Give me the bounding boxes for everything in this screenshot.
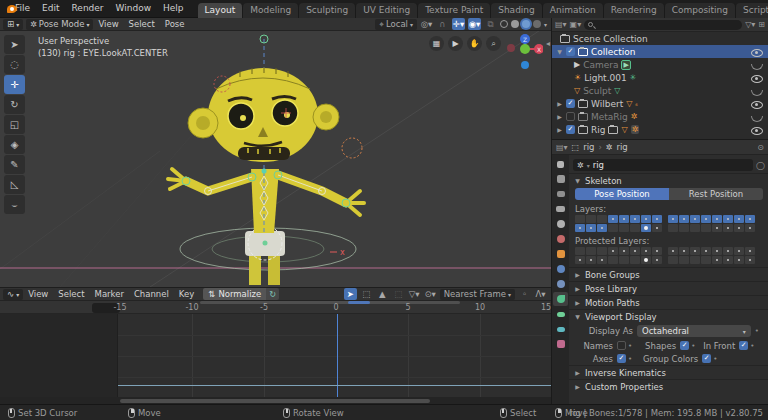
layer-toggle[interactable] — [723, 256, 733, 264]
layer-toggle[interactable] — [619, 224, 629, 232]
tab-texture[interactable] — [553, 337, 568, 351]
animate-dot[interactable]: • — [755, 327, 759, 335]
protected-layers-grid[interactable] — [569, 247, 768, 267]
fake-user-icon[interactable]: ◯ — [756, 161, 765, 170]
row-metarig[interactable]: ▶ MetaRig ✲ — [552, 110, 768, 123]
viewport-menu-view[interactable]: View — [93, 19, 123, 29]
move-tool[interactable]: ✛ — [4, 75, 25, 94]
proportional-edit-selector[interactable]: ◉▾ — [468, 18, 481, 30]
layer-toggle[interactable] — [597, 247, 607, 255]
layer-toggle[interactable] — [630, 247, 640, 255]
menu-render[interactable]: Render — [66, 0, 110, 17]
layer-toggle[interactable] — [652, 256, 662, 264]
graph-menu-marker[interactable]: Marker — [90, 289, 129, 299]
layer-toggle[interactable] — [723, 224, 733, 232]
normalize-button[interactable]: ⇅Normalize — [203, 288, 266, 300]
layer-toggle[interactable] — [734, 256, 744, 264]
magnet-icon[interactable]: ◦ — [518, 288, 531, 300]
graph-menu-channel[interactable]: Channel — [129, 289, 174, 299]
tab-compositing[interactable]: Compositing — [665, 3, 736, 18]
transform-tool[interactable]: ◈ — [4, 135, 25, 154]
panel-viewport-display[interactable]: ▼Viewport Display — [569, 309, 768, 323]
tab-uv-editing[interactable]: UV Editing — [356, 3, 418, 18]
tab-bone[interactable] — [553, 307, 568, 321]
armature-name-field[interactable]: ✲▾ rig — [573, 159, 753, 171]
collection-checkbox[interactable]: ✓ — [566, 125, 575, 134]
layer-toggle[interactable] — [641, 247, 651, 255]
tab-physics[interactable] — [553, 262, 568, 276]
names-checkbox[interactable] — [617, 341, 626, 350]
collection-checkbox[interactable] — [566, 112, 575, 121]
row-light[interactable]: ☀ Light.001 ✳ — [552, 71, 768, 84]
eye-closed-icon[interactable] — [751, 61, 762, 69]
axes-checkbox[interactable]: ✓ — [617, 354, 626, 363]
row-camera[interactable]: ▶ Camera ▶ — [552, 58, 768, 71]
layer-toggle[interactable] — [690, 215, 700, 223]
proportional-edit-icon[interactable]: ⊙▾ — [424, 288, 437, 300]
box-select-icon[interactable]: ⬚ — [360, 288, 373, 300]
eye-closed-icon[interactable] — [751, 87, 762, 95]
layer-toggle[interactable] — [586, 215, 596, 223]
scale-tool[interactable]: ◱ — [4, 115, 25, 134]
shading-rendered-button[interactable] — [533, 20, 541, 28]
layer-toggle[interactable] — [745, 247, 755, 255]
layer-toggle[interactable] — [723, 215, 733, 223]
layer-toggle[interactable] — [619, 256, 629, 264]
viewport-3d[interactable]: x User Perspective (130) rig : EYE.LookA… — [0, 31, 551, 287]
filter-icon[interactable]: ▽▾ — [408, 288, 421, 300]
layer-toggle[interactable] — [701, 224, 711, 232]
layer-toggle[interactable] — [597, 256, 607, 264]
breadcrumb-data[interactable]: rig — [617, 142, 628, 152]
tab-view-layer[interactable] — [553, 202, 568, 216]
layer-toggle[interactable] — [712, 256, 722, 264]
layer-toggle[interactable] — [734, 247, 744, 255]
layer-toggle[interactable] — [701, 215, 711, 223]
ghost-curves-icon[interactable]: ⬚ — [392, 288, 405, 300]
pose-breakdowner-tool[interactable]: ⌣ — [4, 195, 25, 214]
panel-bone-groups[interactable]: ▶Bone Groups — [569, 267, 768, 281]
tab-tool[interactable] — [553, 157, 568, 171]
tab-modeling[interactable]: Modeling — [243, 3, 299, 18]
layer-toggle[interactable] — [586, 224, 596, 232]
armature-data-icon[interactable]: ▽ — [621, 125, 627, 134]
eye-open-icon[interactable] — [751, 48, 762, 56]
cursor-tool[interactable]: ◌ — [4, 55, 25, 74]
menu-window[interactable]: Window — [110, 0, 158, 17]
eye-open-icon[interactable] — [751, 74, 762, 82]
tab-object-data-armature[interactable] — [553, 292, 568, 306]
eye-closed-icon[interactable] — [751, 113, 762, 121]
outliner-search-input[interactable] — [584, 20, 742, 30]
graph-ruler[interactable]: -15 -10 -5 0 5 10 15 — [0, 301, 551, 314]
graph-menu-view[interactable]: View — [23, 289, 53, 299]
shading-dropdown[interactable]: ▾ — [544, 21, 547, 28]
row-sculpt[interactable]: ▽ Sculpt ▽ — [552, 84, 768, 97]
panel-inverse-kinematics[interactable]: ▶Inverse Kinematics — [569, 365, 768, 379]
layer-toggle[interactable] — [608, 224, 618, 232]
sidebar-collapse-icon[interactable]: ◂ — [546, 39, 550, 48]
pose-position-button[interactable]: Pose Position — [575, 188, 669, 200]
layer-toggle[interactable] — [745, 256, 755, 264]
layer-toggle[interactable] — [575, 247, 585, 255]
panel-pose-library[interactable]: ▶Pose Library — [569, 281, 768, 295]
shading-wireframe-button[interactable] — [500, 20, 508, 28]
auto-normalize-refresh-button[interactable]: ↻ — [266, 288, 279, 300]
shapes-checkbox[interactable]: ✓ — [680, 341, 689, 350]
layer-toggle[interactable] — [690, 247, 700, 255]
in-front-checkbox[interactable]: ✓ — [739, 341, 748, 350]
shading-solid-button[interactable] — [511, 20, 519, 28]
xray-toggle[interactable]: ⧉ — [484, 18, 497, 30]
editor-outliner-icon[interactable]: ▤▾ — [555, 20, 567, 29]
select-tweak-tool[interactable]: ➤ — [4, 35, 25, 54]
graph-bottom-scrollbar[interactable] — [0, 397, 551, 404]
navigation-gizmo[interactable]: Z X — [503, 33, 543, 79]
layer-toggle[interactable] — [608, 215, 618, 223]
mode-selector[interactable]: ✲Pose Mode▾ — [26, 19, 93, 30]
layer-toggle[interactable] — [619, 247, 629, 255]
only-errors-icon[interactable]: ▲ — [376, 288, 389, 300]
shading-material-button[interactable] — [522, 20, 530, 28]
graph-menu-select[interactable]: Select — [53, 289, 89, 299]
layer-toggle[interactable] — [641, 256, 651, 264]
tab-layout[interactable]: Layout — [198, 3, 244, 18]
layer-toggle[interactable] — [712, 247, 722, 255]
panel-motion-paths[interactable]: ▶Motion Paths — [569, 295, 768, 309]
